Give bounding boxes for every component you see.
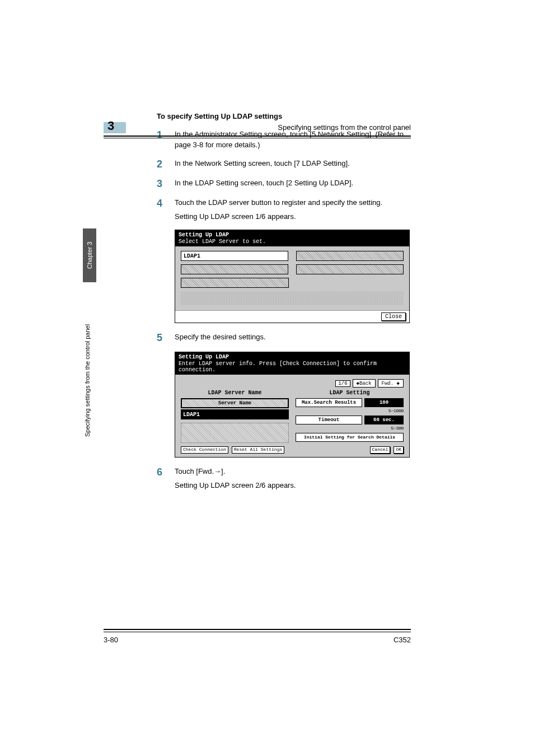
step-5: 5 Specify the desired settings. [157, 332, 420, 344]
side-tab: Chapter 3 [83, 228, 96, 282]
initial-setting-button[interactable]: Initial Setting for Search Details [296, 433, 404, 442]
step-number: 5 [157, 332, 175, 344]
step-body: Touch [Fwd.→]. [175, 466, 420, 477]
close-button[interactable]: Close [381, 312, 406, 321]
step-body: In the Network Setting screen, touch [7 … [175, 158, 420, 170]
model-number: C352 [394, 636, 411, 644]
timeout-hint: 5~300 [296, 426, 404, 431]
cancel-button[interactable]: Cancel [370, 446, 391, 454]
slot-label: LDAP1 [181, 253, 200, 259]
ldap-server-slot-1[interactable]: LDAP1 [181, 251, 288, 261]
step-body: Specify the desired settings. [175, 332, 420, 344]
max-search-results-value: 100 [364, 398, 404, 407]
step-body: In the Administrator Setting screen, tou… [175, 129, 420, 151]
step-2: 2 In the Network Setting screen, touch [… [157, 158, 420, 170]
chapter-number: 3 [107, 119, 114, 133]
server-name-value: LDAP1 [181, 409, 289, 419]
ldap-server-select-panel: Setting Up LDAP Select LDAP Server to se… [175, 230, 410, 323]
panel-subtitle: Select LDAP Server to set. [175, 239, 409, 246]
back-button[interactable]: ◆Back [353, 379, 376, 388]
page-number: 3-80 [104, 636, 118, 644]
header-rule-thin [104, 138, 411, 138]
step-number: 6 [157, 466, 175, 491]
panel-title: Setting Up LDAP [175, 352, 409, 361]
timeout-value: 60 sec. [364, 416, 404, 424]
ldap-server-slot-4[interactable] [296, 264, 404, 274]
panel-title: Setting Up LDAP [175, 230, 409, 239]
step-3: 3 In the LDAP Setting screen, touch [2 S… [157, 178, 420, 190]
check-connection-button[interactable]: Check Connection [181, 446, 228, 454]
step-number: 1 [157, 129, 175, 151]
max-search-hint: 5~1000 [296, 408, 404, 413]
ok-button[interactable]: OK [394, 446, 404, 454]
timeout-button[interactable]: Timeout [296, 416, 362, 424]
panel-subtitle: Enter LDAP server info. Press [Check Con… [175, 361, 409, 375]
step-number: 3 [157, 178, 175, 190]
max-search-results-button[interactable]: Max.Search Results [296, 398, 362, 407]
chapter-band [104, 122, 126, 133]
step-1: 1 In the Administrator Setting screen, t… [157, 129, 420, 151]
ldap-server-slot-5[interactable] [181, 278, 289, 288]
section-title: To specify Setting Up LDAP settings [157, 112, 420, 120]
step-sub: Setting Up LDAP screen 1/6 appears. [175, 212, 420, 222]
ldap-setting-panel: Setting Up LDAP Enter LDAP server info. … [175, 352, 410, 458]
ldap-server-name-header: LDAP Server Name [181, 390, 289, 396]
ldap-setting-header: LDAP Setting [296, 390, 404, 396]
step-number: 2 [157, 158, 175, 170]
ldap-server-slot-2[interactable] [296, 251, 404, 261]
reset-all-settings-button[interactable]: Reset All Settings [232, 446, 284, 454]
step-6: 6 Touch [Fwd.→]. Setting Up LDAP screen … [157, 466, 420, 491]
page-indicator: 1/6 [335, 380, 350, 387]
step-number: 4 [157, 198, 175, 222]
empty-area [181, 291, 404, 305]
empty-area [181, 423, 289, 443]
fwd-button[interactable]: Fwd. ◆ [378, 379, 404, 388]
ldap-server-slot-3[interactable] [181, 264, 288, 274]
server-name-button[interactable]: Server Name [181, 398, 289, 408]
step-body: Touch the LDAP server button to register… [175, 198, 420, 208]
step-body: In the LDAP Setting screen, touch [2 Set… [175, 178, 420, 190]
step-4: 4 Touch the LDAP server button to regist… [157, 198, 420, 222]
running-head: Specifying settings from the control pan… [278, 123, 411, 132]
footer-rule-thick [104, 629, 411, 630]
side-caption: Specifying settings from the control pan… [84, 291, 91, 437]
step-sub: Setting Up LDAP screen 2/6 appears. [175, 480, 420, 491]
header-rule-thick [104, 136, 411, 137]
